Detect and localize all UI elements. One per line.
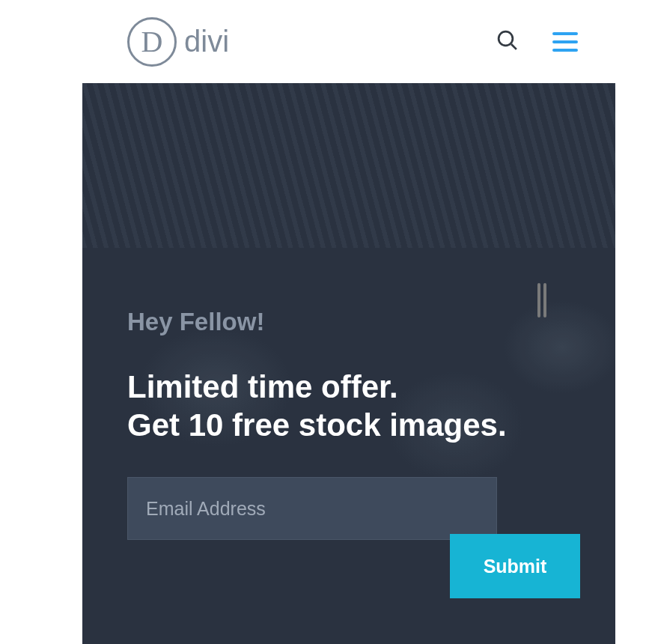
hero-banner: [82, 83, 615, 248]
title-line-1: Limited time offer.: [127, 369, 398, 404]
svg-point-0: [499, 31, 513, 46]
logo-text: divi: [184, 25, 229, 58]
menu-icon[interactable]: [552, 32, 578, 52]
title-line-2: Get 10 free stock images.: [127, 407, 507, 443]
header-actions: [496, 29, 578, 55]
search-icon[interactable]: [496, 29, 519, 55]
site-header: D divi: [82, 0, 615, 83]
offer-title: Limited time offer. Get 10 free stock im…: [127, 368, 570, 444]
svg-line-1: [511, 44, 517, 49]
drag-handle-icon[interactable]: [537, 283, 548, 318]
signup-section: Hey Fellow! Limited time offer. Get 10 f…: [82, 248, 615, 644]
logo[interactable]: D divi: [127, 17, 229, 67]
hero-pattern: [82, 83, 615, 248]
subtitle: Hey Fellow!: [127, 308, 570, 336]
email-field[interactable]: [127, 477, 497, 540]
logo-mark-icon: D: [127, 17, 177, 67]
submit-button[interactable]: Submit: [450, 534, 580, 598]
